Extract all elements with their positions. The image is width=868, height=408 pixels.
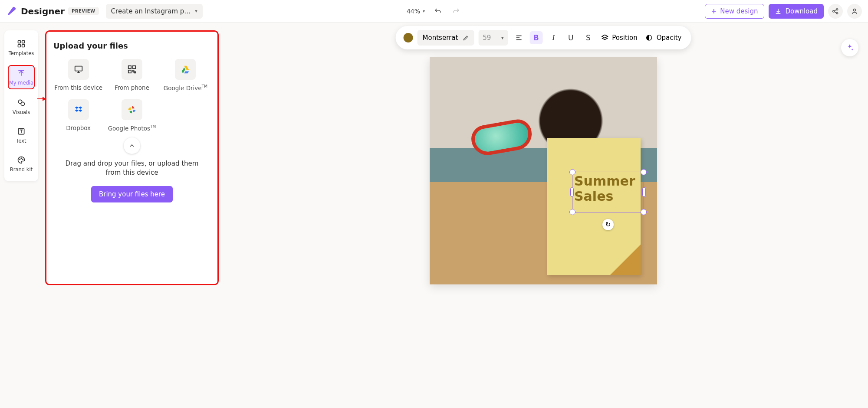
ai-sparkle-button[interactable] [841, 39, 858, 56]
zoom-value: 44% [407, 8, 420, 15]
document-title-text: Create an Instagram p… [111, 7, 191, 15]
rail-item-label: Visuals [13, 109, 30, 115]
font-size-dropdown[interactable]: 59 ▾ [478, 30, 508, 46]
strikethrough-button[interactable]: S [582, 31, 595, 44]
resize-handle-ml[interactable] [570, 187, 574, 197]
source-label: From phone [115, 84, 149, 91]
resize-handle-tl[interactable] [569, 169, 575, 175]
source-this-device[interactable]: From this device [53, 59, 103, 91]
share-button[interactable] [828, 4, 843, 19]
palette-icon [16, 155, 26, 165]
collapse-sources-button[interactable] [124, 137, 140, 154]
app-logo-group: Designer PREVIEW [6, 6, 99, 17]
layers-icon [601, 34, 608, 42]
preview-badge: PREVIEW [68, 7, 99, 15]
svg-rect-15 [128, 66, 131, 69]
font-family-dropdown[interactable]: Montserrat [418, 30, 474, 46]
rail-item-label: Brand kit [10, 166, 33, 173]
bold-button[interactable]: B [529, 31, 542, 44]
source-label: Google PhotosTM [108, 124, 156, 132]
canvas-text-content[interactable]: Summer Sales [572, 172, 644, 206]
source-dropbox[interactable]: Dropbox [53, 99, 103, 132]
italic-button[interactable]: I [547, 31, 560, 44]
account-button[interactable] [847, 4, 862, 19]
svg-point-3 [853, 9, 855, 11]
svg-rect-14 [75, 66, 82, 71]
resize-handle-tr[interactable] [641, 169, 647, 175]
header-right-group: + New design Download [705, 4, 862, 19]
download-button[interactable]: Download [769, 4, 824, 19]
svg-rect-4 [18, 41, 21, 43]
svg-point-11 [20, 159, 20, 160]
panel-title: Upload your files [53, 41, 210, 50]
upload-icon [16, 69, 26, 78]
selected-text-box[interactable]: Summer Sales ↻ [572, 172, 644, 212]
main-area: Templates My media Visuals Text Brand ki… [0, 23, 868, 408]
chevron-down-icon: ▾ [423, 9, 425, 13]
chevron-down-icon: ▾ [501, 36, 503, 40]
rail-my-media[interactable]: My media [8, 65, 35, 89]
text-toolbar: Montserrat 59 ▾ B I U S Position [396, 26, 691, 49]
canvas-text-line2: Sales [574, 189, 642, 204]
design-canvas[interactable]: Summer Sales ↻ Add page [430, 57, 657, 284]
new-design-button[interactable]: + New design [705, 4, 765, 19]
font-size-value: 59 [483, 34, 491, 42]
app-header: Designer PREVIEW Create an Instagram p… … [0, 0, 868, 23]
download-icon [775, 8, 782, 15]
svg-rect-6 [18, 45, 21, 47]
underline-button[interactable]: U [564, 31, 577, 44]
left-rail: Templates My media Visuals Text Brand ki… [4, 30, 38, 181]
svg-rect-17 [128, 70, 131, 73]
rail-text[interactable]: Text [8, 124, 35, 147]
rail-item-label: Text [16, 138, 26, 144]
designer-logo-icon [6, 6, 17, 17]
templates-icon [16, 39, 26, 49]
plus-icon: + [711, 7, 717, 15]
resize-handle-mr[interactable] [642, 187, 646, 197]
zoom-control[interactable]: 44% ▾ [407, 8, 425, 15]
rail-visuals[interactable]: Visuals [8, 95, 35, 118]
opacity-icon [645, 34, 653, 42]
qr-icon [122, 59, 142, 80]
redo-button[interactable] [451, 6, 461, 16]
download-label: Download [785, 7, 818, 15]
drag-drop-text: Drag and drop your files, or upload them… [53, 159, 210, 177]
svg-rect-16 [133, 66, 135, 69]
resize-handle-bl[interactable] [569, 209, 575, 215]
rail-templates[interactable]: Templates [8, 36, 35, 59]
rail-item-label: Templates [9, 50, 34, 56]
monitor-icon [68, 59, 89, 80]
svg-point-9 [21, 102, 24, 105]
text-color-swatch[interactable] [404, 33, 413, 42]
gphotos-icon [122, 99, 142, 120]
position-button[interactable]: Position [599, 34, 639, 42]
rail-brand-kit[interactable]: Brand kit [8, 153, 35, 175]
bring-files-button[interactable]: Bring your files here [91, 186, 173, 202]
source-google-drive[interactable]: Google DriveTM [161, 59, 210, 91]
header-center-group: 44% ▾ [407, 6, 461, 16]
canvas-workspace: Montserrat 59 ▾ B I U S Position [219, 30, 868, 408]
upload-source-grid: From this device From phone Google Drive… [53, 59, 210, 131]
source-label: From this device [54, 84, 102, 91]
resize-handle-br[interactable] [641, 209, 647, 215]
canvas-text-line1: Summer [574, 174, 642, 189]
visuals-icon [16, 98, 26, 108]
opacity-button[interactable]: Opacity [644, 34, 684, 42]
text-icon [16, 127, 26, 136]
new-design-label: New design [720, 7, 758, 15]
rail-item-label: My media [9, 80, 33, 86]
chevron-down-icon: ▾ [195, 8, 197, 14]
align-button[interactable] [512, 31, 525, 44]
svg-rect-5 [22, 41, 25, 43]
source-google-photos[interactable]: Google PhotosTM [107, 99, 157, 132]
undo-button[interactable] [433, 6, 443, 16]
rotate-handle[interactable]: ↻ [602, 219, 614, 230]
opacity-label: Opacity [657, 34, 682, 42]
dropbox-icon [68, 99, 89, 120]
svg-point-13 [23, 159, 23, 160]
document-title-dropdown[interactable]: Create an Instagram p… ▾ [106, 4, 203, 19]
position-label: Position [612, 34, 637, 42]
pencil-icon [462, 35, 469, 41]
source-label: Google DriveTM [164, 84, 207, 91]
source-from-phone[interactable]: From phone [107, 59, 157, 91]
